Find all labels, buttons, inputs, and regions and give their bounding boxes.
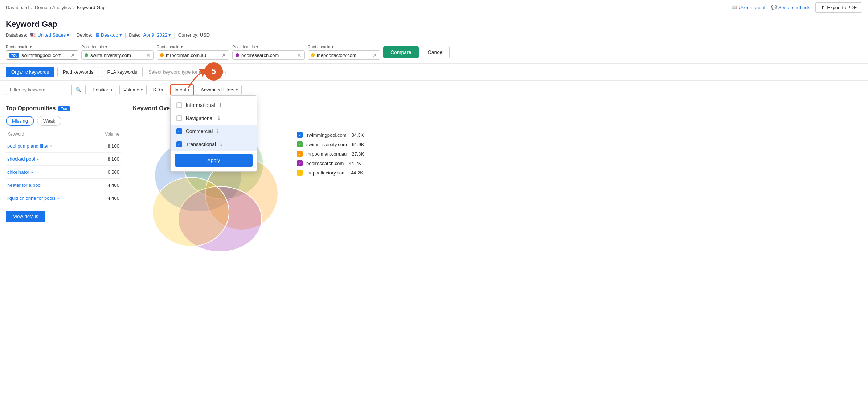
kw-table-header: Keyword Volume [6,132,121,137]
domain-clear-0[interactable]: ✕ [71,52,75,58]
domains-bar: Root domain▾Youswimmingpool.com✕Root dom… [0,41,868,64]
keyword-link-4[interactable]: liquid chlorine for pools » [7,195,59,201]
top-bar: Dashboard › Domain Analytics › Keyword G… [0,0,868,15]
keyword-type-bar: Organic keywordsPaid keywordsPLA keyword… [0,64,868,81]
domain-group-2: Root domain▾mrpoolman.com.au✕ [157,45,229,60]
domain-chevron-icon: ▾ [256,45,258,49]
breadcrumb-dashboard[interactable]: Dashboard [6,5,29,10]
domain-chevron-icon: ▾ [181,45,183,49]
device-label: Device: [77,32,92,38]
compare-button[interactable]: Compare [383,46,419,58]
intent-filter[interactable]: Intent ▾ [170,84,194,95]
svg-point-4 [153,177,229,246]
domain-group-3: Root domain▾poolresearch.com✕ [232,45,305,60]
domain-group-1: Root domain▾swimuniversity.com✕ [81,45,154,60]
breadcrumb: Dashboard › Domain Analytics › Keyword G… [6,5,106,10]
legend-domain-3: poolresearch.com [306,161,344,166]
tab-missing[interactable]: Missing [6,116,34,126]
send-feedback-link[interactable]: 💬 Send feedback [771,5,810,10]
keyword-link-1[interactable]: shocked pool » [7,156,39,162]
intent-info-icon-3: ℹ [220,142,222,147]
domain-clear-3[interactable]: ✕ [297,52,302,58]
keyword-volume-0: 8,100 [107,143,119,149]
domain-label-1[interactable]: Root domain▾ [81,45,154,49]
breadcrumb-domain-analytics[interactable]: Domain Analytics [35,5,71,10]
intent-apply-button[interactable]: Apply [175,154,253,167]
export-pdf-button[interactable]: ⬆ Export to PDF [815,2,862,13]
intent-option-commercial[interactable]: ✓ Commercial ℹ [171,125,257,138]
legend-item-1: ✓ swimuniversity.com 61.9K [297,141,364,147]
intent-option-transactional[interactable]: ✓ Transactional ℹ [171,138,257,151]
keyword-volume-2: 6,600 [107,169,119,175]
legend-item-0: ✓ swimmingpool.com 34.3K [297,132,364,138]
keyword-link-3[interactable]: heater for a pool » [7,182,45,188]
main-content: Top Opportunities You MissingWeak Keywor… [0,99,868,420]
domain-dot-3 [236,53,239,57]
intent-label-3: Transactional [186,141,216,147]
domain-clear-1[interactable]: ✕ [146,52,151,58]
keyword-search-button[interactable]: 🔍 [71,85,85,95]
legend-area: ✓ swimmingpool.com 34.3K ✓ swimuniversit… [297,118,364,176]
legend-domain-4: thepoolfactory.com [306,170,346,176]
domain-value-1: swimuniversity.com [90,53,131,58]
chevron-right-icon: » [43,183,45,188]
domain-clear-2[interactable]: ✕ [222,52,226,58]
domain-label-2[interactable]: Root domain▾ [157,45,229,49]
tab-weak[interactable]: Weak [37,116,61,126]
keyword-volume-1: 8,100 [107,156,119,162]
view-details-button[interactable]: View details [6,211,45,222]
intent-label-0: Informational [186,102,215,108]
domain-dot-2 [160,53,164,57]
domain-value-2: mrpoolman.com.au [166,53,206,58]
keyword-list: pool pump and filter » 8,100 shocked poo… [6,140,121,205]
intent-label-1: Navigational [186,115,214,121]
kw-type-btn-2[interactable]: PLA keywords [102,67,143,77]
legend-item-3: ✓ poolresearch.com 44.2K [297,160,364,166]
intent-checkbox-2: ✓ [176,128,182,134]
kw-type-btn-0[interactable]: Organic keywords [6,67,54,77]
intent-dropdown-panel: Informational ℹ Navigational ℹ ✓ Commerc… [170,95,257,172]
kd-filter[interactable]: KD ▾ [150,85,167,95]
cancel-button[interactable]: Cancel [422,46,450,58]
database-label: Database: [6,32,27,38]
desktop-icon: 🖥 [95,32,100,38]
volume-filter[interactable]: Volume ▾ [119,85,146,95]
domain-label-0[interactable]: Root domain▾ [6,45,78,49]
legend-domain-1: swimuniversity.com [306,142,347,147]
domain-dot-4 [311,53,315,57]
currency-label: Currency: USD [178,32,210,38]
position-filter[interactable]: Position ▾ [89,85,116,95]
domain-dot-1 [85,53,88,57]
book-icon: 📖 [731,5,737,10]
device-chevron-icon: ▾ [119,32,122,38]
table-row: heater for a pool » 4,400 [6,179,121,192]
keyword-filter-input[interactable] [6,85,71,95]
intent-option-informational[interactable]: Informational ℹ [171,99,257,112]
top-actions: 📖 User manual 💬 Send feedback ⬆ Export t… [731,2,862,13]
keyword-link-0[interactable]: pool pump and filter » [7,143,52,149]
keyword-link-2[interactable]: chlorinator » [7,169,33,175]
domain-group-4: Root domain▾thepoolfactory.com✕ [308,45,380,60]
page-header: Keyword Gap Database: 🇺🇸 United States ▾… [0,15,868,41]
intent-label-2: Commercial [186,128,213,134]
domain-chevron-icon: ▾ [332,45,333,49]
date-selector[interactable]: Apr 9, 2022 ▾ [143,32,171,38]
table-row: pool pump and filter » 8,100 [6,140,121,153]
country-selector[interactable]: 🇺🇸 United States ▾ [30,32,69,38]
advanced-filters[interactable]: Advanced filters ▾ [197,85,242,95]
intent-chevron-icon: ▾ [188,88,189,92]
kw-type-btn-1[interactable]: Paid keywords [57,67,99,77]
domain-clear-4[interactable]: ✕ [373,52,377,58]
advanced-chevron-icon: ▾ [236,88,238,92]
intent-option-navigational[interactable]: Navigational ℹ [171,112,257,125]
domain-label-4[interactable]: Root domain▾ [308,45,380,49]
domain-label-3[interactable]: Root domain▾ [232,45,305,49]
domain-group-0: Root domain▾Youswimmingpool.com✕ [6,45,78,60]
domain-chevron-icon: ▾ [105,45,107,49]
intent-info-icon-0: ℹ [220,103,221,108]
legend-check-1: ✓ [297,141,303,147]
legend-item-2: ✓ mrpoolman.com.au 27.8K [297,151,364,157]
device-selector[interactable]: 🖥 Desktop ▾ [95,32,122,38]
intent-info-icon-2: ℹ [217,129,219,134]
user-manual-link[interactable]: 📖 User manual [731,5,765,10]
